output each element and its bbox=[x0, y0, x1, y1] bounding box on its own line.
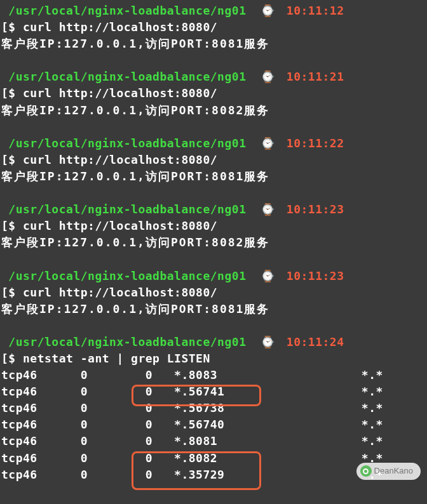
command-text: curl http://localhost:8080/ bbox=[23, 86, 217, 100]
prompt-marker: [$ bbox=[1, 20, 23, 34]
prompt-marker: [$ bbox=[1, 352, 23, 365]
response-line: 客户段IP:127.0.0.1,访问PORT:8082服务 bbox=[1, 102, 426, 119]
cwd-path: /usr/local/nginx-loadbalance/ng01 bbox=[1, 269, 246, 282]
timestamp: 10:11:23 bbox=[287, 202, 344, 216]
clock-icon: ⌚ bbox=[261, 135, 272, 152]
command-text: netstat -ant | grep LISTEN bbox=[23, 352, 210, 365]
prompt-line: /usr/local/nginx-loadbalance/ng01 ⌚ 10:1… bbox=[1, 69, 426, 85]
prompt-marker: [$ bbox=[1, 219, 23, 232]
clock-icon: ⌚ bbox=[261, 69, 272, 85]
cwd-path: /usr/local/nginx-loadbalance/ng01 bbox=[1, 335, 246, 348]
netstat-row: tcp46 0 0 *.8083 *.* bbox=[1, 367, 426, 383]
cwd-path: /usr/local/nginx-loadbalance/ng01 bbox=[1, 70, 246, 83]
netstat-row: tcp46 0 0 *.56738 *.* bbox=[1, 400, 426, 416]
terminal-output: /usr/local/nginx-loadbalance/ng01 ⌚ 10:1… bbox=[0, 0, 427, 486]
timestamp: 10:11:21 bbox=[287, 70, 344, 83]
command-line: [$ curl http://localhost:8080/ bbox=[1, 19, 426, 36]
prompt-line: /usr/local/nginx-loadbalance/ng01 ⌚ 10:1… bbox=[1, 3, 426, 19]
timestamp: 10:11:12 bbox=[287, 4, 344, 17]
clock-icon: ⌚ bbox=[261, 268, 272, 284]
prompt-marker: [$ bbox=[1, 153, 23, 166]
timestamp: 10:11:23 bbox=[287, 269, 344, 282]
netstat-row: tcp46 0 0 *.56740 *.* bbox=[1, 416, 426, 433]
command-line: [$ curl http://localhost:8080/ bbox=[1, 152, 426, 168]
cwd-path: /usr/local/nginx-loadbalance/ng01 bbox=[1, 202, 246, 216]
response-line: 客户段IP:127.0.0.1,访问PORT:8081服务 bbox=[1, 168, 426, 185]
prompt-line: /usr/local/nginx-loadbalance/ng01 ⌚ 10:1… bbox=[1, 135, 426, 152]
cwd-path: /usr/local/nginx-loadbalance/ng01 bbox=[1, 4, 246, 17]
netstat-row: tcp46 0 0 *.8081 *.* bbox=[1, 433, 426, 449]
command-text: curl http://localhost:8080/ bbox=[23, 219, 217, 232]
timestamp: 10:11:22 bbox=[287, 136, 344, 150]
prompt-line: /usr/local/nginx-loadbalance/ng01 ⌚ 10:1… bbox=[1, 201, 426, 218]
response-line: 客户段IP:127.0.0.1,访问PORT:8081服务 bbox=[1, 36, 426, 52]
clock-icon: ⌚ bbox=[261, 201, 272, 218]
clock-icon: ⌚ bbox=[261, 3, 272, 19]
wechat-icon bbox=[360, 465, 372, 477]
response-line: 客户段IP:127.0.0.1,访问PORT:8081服务 bbox=[1, 301, 426, 317]
command-text: curl http://localhost:8080/ bbox=[23, 286, 217, 299]
cwd-path: /usr/local/nginx-loadbalance/ng01 bbox=[1, 136, 246, 150]
prompt-line: /usr/local/nginx-loadbalance/ng01 ⌚ 10:1… bbox=[1, 268, 426, 284]
prompt-marker: [$ bbox=[1, 286, 23, 299]
prompt-line: /usr/local/nginx-loadbalance/ng01 ⌚ 10:1… bbox=[1, 334, 426, 350]
command-line: [$ netstat -ant | grep LISTEN bbox=[1, 350, 426, 367]
netstat-row: tcp46 0 0 *.56741 *.* bbox=[1, 383, 426, 400]
prompt-marker: [$ bbox=[1, 86, 23, 100]
timestamp: 10:11:24 bbox=[287, 335, 344, 348]
clock-icon: ⌚ bbox=[261, 334, 272, 350]
command-line: [$ curl http://localhost:8080/ bbox=[1, 85, 426, 102]
watermark-pill: DeanKano bbox=[356, 463, 421, 480]
response-line: 客户段IP:127.0.0.1,访问PORT:8082服务 bbox=[1, 234, 426, 251]
command-line: [$ curl http://localhost:8080/ bbox=[1, 218, 426, 234]
command-line: [$ curl http://localhost:8080/ bbox=[1, 284, 426, 301]
watermark-text: DeanKano bbox=[374, 466, 413, 475]
command-text: curl http://localhost:8080/ bbox=[23, 153, 217, 166]
command-text: curl http://localhost:8080/ bbox=[23, 20, 217, 34]
